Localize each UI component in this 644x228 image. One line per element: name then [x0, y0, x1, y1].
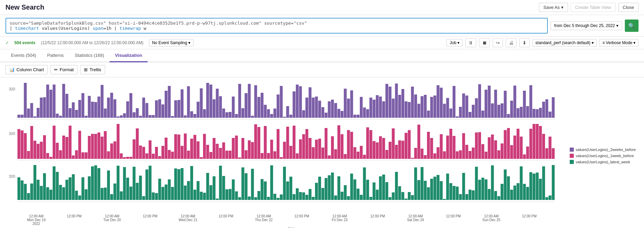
svg-rect-495 [507, 176, 510, 200]
svg-rect-350 [43, 173, 46, 200]
tab-statistics[interactable]: Statistics (168) [69, 49, 110, 62]
svg-rect-239 [225, 151, 228, 159]
pause-button[interactable]: ⏸ [465, 38, 476, 47]
svg-rect-382 [146, 169, 148, 200]
svg-rect-125 [398, 95, 401, 118]
svg-rect-232 [203, 134, 206, 159]
svg-rect-198 [94, 134, 97, 159]
svg-rect-80 [254, 85, 257, 118]
svg-rect-383 [149, 166, 151, 200]
svg-rect-226 [184, 134, 187, 159]
svg-rect-175 [21, 130, 23, 159]
svg-rect-140 [446, 98, 449, 118]
search-button[interactable]: 🔍 [625, 20, 639, 32]
check-icon: ✓ [5, 40, 9, 45]
svg-rect-230 [197, 141, 199, 159]
svg-rect-500 [523, 184, 526, 200]
svg-rect-290 [389, 142, 391, 159]
svg-rect-441 [334, 195, 337, 200]
svg-rect-107 [341, 111, 343, 118]
svg-rect-331 [520, 137, 522, 159]
svg-rect-74 [235, 114, 238, 118]
svg-rect-319 [481, 144, 484, 159]
svg-rect-279 [353, 147, 356, 159]
svg-rect-374 [120, 191, 123, 200]
format-button[interactable]: ✏ Format [50, 65, 77, 74]
tab-visualization[interactable]: Visualization [110, 49, 148, 62]
svg-rect-86 [274, 109, 276, 118]
x-axis-title: _time [5, 226, 564, 228]
svg-rect-327 [507, 128, 510, 159]
x-label-thu22: 12:00 AMThu Dec 22 [245, 214, 283, 226]
perf-button[interactable]: standard_perf (search default) ▾ [532, 39, 597, 47]
search-input[interactable]: source="SampleDataforSplunkBlog.csv" hos… [5, 18, 548, 34]
svg-rect-417 [257, 191, 260, 200]
svg-rect-17 [53, 85, 55, 118]
svg-rect-178 [30, 126, 33, 159]
svg-rect-440 [331, 173, 334, 200]
save-as-button[interactable]: Save As ▾ [539, 3, 568, 12]
svg-rect-294 [401, 141, 404, 159]
svg-rect-56 [177, 100, 180, 118]
svg-rect-453 [372, 182, 375, 200]
svg-rect-89 [283, 117, 286, 118]
svg-rect-23 [72, 102, 75, 118]
svg-rect-55 [174, 100, 177, 118]
sampling-button[interactable]: No Event Sampling ▾ [149, 39, 193, 47]
svg-rect-308 [446, 136, 449, 159]
svg-rect-59 [187, 86, 190, 118]
svg-rect-414 [248, 197, 251, 200]
svg-rect-336 [536, 124, 539, 159]
svg-rect-136 [433, 96, 436, 118]
svg-rect-256 [280, 157, 282, 159]
svg-rect-328 [510, 145, 513, 159]
svg-rect-285 [372, 141, 375, 159]
svg-rect-379 [136, 183, 139, 200]
svg-rect-404 [216, 199, 218, 200]
close-button[interactable]: Close [618, 3, 639, 12]
svg-rect-153 [488, 86, 491, 118]
svg-rect-286 [376, 142, 379, 159]
svg-rect-488 [484, 179, 487, 200]
stop-button[interactable]: ⏹ [479, 38, 490, 47]
svg-rect-122 [389, 87, 391, 118]
export-button[interactable]: ⬇ [519, 38, 530, 47]
print-button[interactable]: 🖨 [506, 38, 517, 47]
svg-rect-289 [386, 150, 388, 159]
svg-text:320: 320 [9, 174, 15, 178]
svg-rect-46 [146, 103, 148, 118]
svg-rect-277 [347, 130, 350, 159]
svg-rect-355 [59, 185, 62, 200]
svg-rect-310 [453, 136, 455, 159]
svg-rect-139 [443, 104, 446, 118]
svg-rect-173 [552, 97, 555, 118]
svg-rect-486 [478, 180, 481, 200]
svg-rect-188 [62, 136, 65, 159]
svg-rect-162 [517, 108, 519, 118]
svg-rect-95 [302, 110, 305, 118]
svg-rect-498 [517, 183, 519, 200]
svg-rect-214 [146, 153, 148, 159]
column-chart-button[interactable]: 📊 Column Chart [5, 65, 48, 74]
verbose-button[interactable]: ≡ Verbose Mode ▾ [599, 39, 639, 47]
chevron-down-icon: ▾ [616, 23, 618, 28]
legend-color-series2 [570, 154, 574, 158]
trellis-button[interactable]: ⊞ Trellis [80, 65, 105, 74]
svg-rect-499 [520, 166, 522, 200]
svg-rect-133 [424, 95, 427, 118]
svg-rect-154 [491, 103, 494, 118]
svg-rect-70 [222, 109, 225, 118]
svg-rect-424 [280, 194, 282, 200]
tab-events[interactable]: Events (504) [5, 49, 42, 62]
x-label-sat24: 12:00 AMSat Dec 24 [397, 214, 434, 226]
chevron-down-icon: ▾ [561, 5, 564, 10]
svg-rect-104 [331, 100, 334, 118]
tab-patterns[interactable]: Patterns [42, 49, 69, 62]
date-range-button[interactable]: from Dec 5 through Dec 25, 2022 ▾ [551, 21, 622, 30]
svg-rect-491 [494, 191, 497, 200]
svg-rect-360 [75, 191, 78, 200]
svg-rect-115 [366, 109, 369, 118]
job-button[interactable]: Job ▾ [446, 39, 462, 47]
svg-rect-467 [417, 180, 420, 200]
share-button[interactable]: ↪ [493, 38, 503, 47]
